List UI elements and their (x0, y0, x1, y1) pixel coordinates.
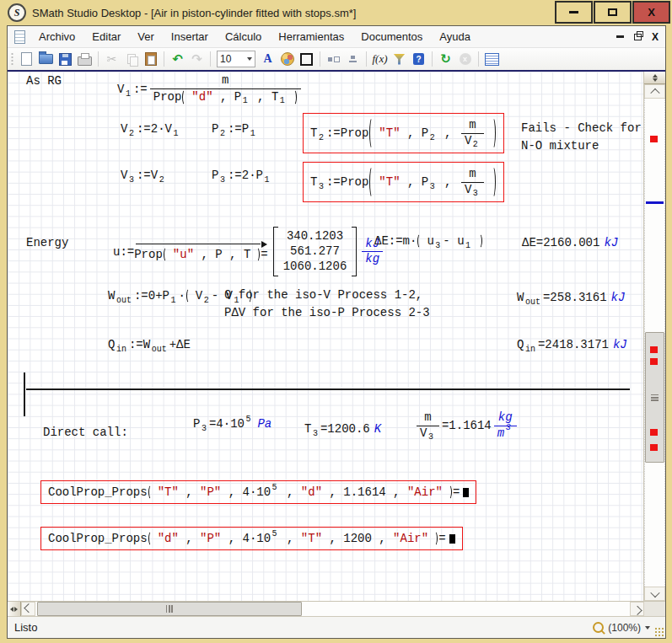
close-button[interactable]: X (632, 1, 670, 24)
formula-t3-definition[interactable]: T3:=Prop"T" , P3 , mV3 (310, 166, 497, 198)
subscript: 3 (313, 429, 318, 438)
formula-v1-definition[interactable]: V1:=mProp"d" , P1 , T1 (117, 73, 304, 105)
math-token: T (310, 175, 317, 189)
note-as-rg[interactable]: As RG (26, 72, 62, 90)
stop-button[interactable]: x (455, 50, 475, 68)
cut-button[interactable]: ✂ (102, 50, 121, 68)
result-t3[interactable]: T3=1200.6K (304, 422, 381, 436)
math-token: m (469, 167, 476, 182)
toolbar-separator (164, 51, 164, 67)
save-button[interactable] (56, 50, 75, 68)
menu-editar[interactable]: Editar (83, 28, 129, 46)
mdi-close-icon[interactable]: X (652, 33, 659, 41)
formula-delta-e-definition[interactable]: ΔE:=m·u3- u1 (374, 233, 483, 249)
note-direct-call[interactable]: Direct call: (43, 424, 128, 442)
error-mark (650, 346, 658, 353)
result-p3[interactable]: P3=4·105Pa (193, 417, 271, 431)
h-split-view-button[interactable] (8, 602, 21, 616)
scroll-up-button[interactable] (644, 84, 665, 99)
mdi-minimize-icon[interactable] (616, 35, 624, 38)
minimize-icon (569, 11, 578, 13)
formula-coolprop-call-1[interactable]: CoolProp_Props"T" , "P" , 4·105 , "d" , … (48, 485, 469, 500)
toolbar-grip[interactable] (11, 52, 13, 66)
error-box-t3[interactable]: T3:=Prop"T" , P3 , mV3 (303, 162, 504, 202)
menu-archivo[interactable]: Archivo (30, 28, 83, 46)
new-document-button[interactable] (17, 50, 36, 68)
options-button[interactable] (482, 50, 502, 68)
formula-u-definition[interactable]: u:=Prop"u" , P , T=340.1203561.2771060.1… (113, 227, 385, 276)
menu-ver[interactable]: Ver (129, 28, 163, 46)
background-color-button[interactable] (277, 50, 297, 68)
vertical-align-button[interactable] (343, 50, 363, 68)
formula-coolprop-call-2[interactable]: CoolProp_Props"d" , "P" , 4·105 , "T" , … (48, 531, 455, 546)
maximize-button[interactable] (594, 1, 632, 24)
formula-v3-definition[interactable]: V3:=V2 (121, 169, 167, 182)
vertical-scrollbar[interactable] (643, 72, 665, 601)
open-button[interactable] (36, 50, 56, 68)
result-q-in[interactable]: Qin=2418.3171kJ (517, 338, 627, 351)
zoom-control[interactable]: (100%) (593, 622, 650, 634)
math-token: , (386, 485, 407, 499)
note-w-comment[interactable]: 0 for the iso-V Process 1-2, PΔV for the… (224, 287, 430, 322)
horizontal-scroll-track[interactable] (35, 602, 630, 616)
error-box-coolprop-2[interactable]: CoolProp_Props"d" , "P" , 4·105 , "T" , … (40, 527, 463, 550)
right-paren-icon (254, 247, 260, 262)
unit: m (497, 426, 504, 442)
formula-q-in-definition[interactable]: Qin:=Wout+ΔE (108, 338, 191, 351)
font-color-button[interactable]: A (258, 50, 277, 68)
resize-grip-icon[interactable] (654, 627, 664, 637)
subscript: 1 (465, 241, 470, 250)
result-delta-e[interactable]: ΔE=2160.001kJ (522, 236, 618, 249)
vertical-scroll-track[interactable] (644, 99, 665, 587)
function-button[interactable]: f(x) (370, 50, 390, 68)
print-button[interactable] (75, 50, 94, 68)
filter-button[interactable] (390, 50, 409, 68)
note-energy[interactable]: Energy (26, 234, 68, 252)
horizontal-scroll-thumb[interactable] (37, 602, 302, 616)
menu-ayuda[interactable]: Ayuda (431, 28, 479, 46)
result-m-over-v3[interactable]: mV3=1.1614kgm3 (414, 410, 519, 441)
scroll-left-button[interactable] (21, 602, 35, 616)
worksheet-canvas[interactable]: As RG V1:=mProp"d" , P1 , T1 V2:=2·V1 P2… (8, 72, 643, 601)
scroll-right-button[interactable] (630, 602, 644, 616)
redo-button[interactable]: ↷ (187, 50, 207, 68)
formula-v2-definition[interactable]: V2:=2·V1 (121, 122, 180, 136)
matrix-cell: 1060.1206 (283, 260, 347, 274)
scroll-down-button[interactable] (644, 587, 665, 601)
error-box-t2[interactable]: T2:=Prop"T" , P2 , mV2 (303, 113, 504, 153)
result-w-out[interactable]: Wout=258.3161kJ (517, 291, 625, 304)
string-literal: "T" (301, 532, 322, 545)
formula-t2-definition[interactable]: T2:=Prop"T" , P2 , mV2 (310, 117, 497, 149)
border-button[interactable] (297, 50, 316, 68)
string-literal: "d" (301, 485, 322, 499)
subscript: in (116, 345, 126, 354)
mdi-restore-icon[interactable] (634, 34, 642, 40)
document-icon[interactable] (14, 30, 25, 44)
horizontal-align-button[interactable] (324, 50, 343, 68)
subscript: 1 (170, 296, 175, 305)
font-size-select[interactable]: 10 (217, 51, 255, 67)
math-token: = (438, 532, 445, 545)
note-fails-check[interactable]: Fails - Check for N-O mixture (521, 120, 642, 155)
menu-insertar[interactable]: Insertar (163, 28, 217, 46)
menu-documentos[interactable]: Documentos (352, 28, 431, 46)
paste-button[interactable] (141, 50, 160, 68)
undo-button[interactable]: ↶ (168, 50, 187, 68)
formula-p3-definition[interactable]: P3:=2·P1 (212, 169, 271, 182)
fraction: mProp"d" , P1 , T1 (150, 73, 301, 105)
copy-button[interactable] (121, 50, 141, 68)
error-box-coolprop-1[interactable]: CoolProp_Props"T" , "P" , 4·105 , "d" , … (40, 480, 476, 504)
parentheses: "d" , P1 , T1 (182, 89, 297, 106)
math-token: Prop (153, 90, 182, 105)
math-token: CoolProp_Props (48, 532, 148, 545)
split-view-button[interactable] (644, 72, 665, 84)
minimize-button[interactable] (555, 1, 593, 24)
menu-herramientas[interactable]: Herramientas (270, 28, 352, 46)
help-button[interactable]: ? (409, 50, 428, 68)
fraction: kgm3 (494, 410, 517, 441)
menu-calculo[interactable]: Cálculo (217, 28, 270, 46)
formula-p2-definition[interactable]: P2:=P1 (212, 122, 258, 136)
toolbar-separator (210, 51, 211, 67)
horizontal-scrollbar[interactable] (8, 601, 665, 616)
recalculate-button[interactable]: ↻ (436, 50, 455, 68)
